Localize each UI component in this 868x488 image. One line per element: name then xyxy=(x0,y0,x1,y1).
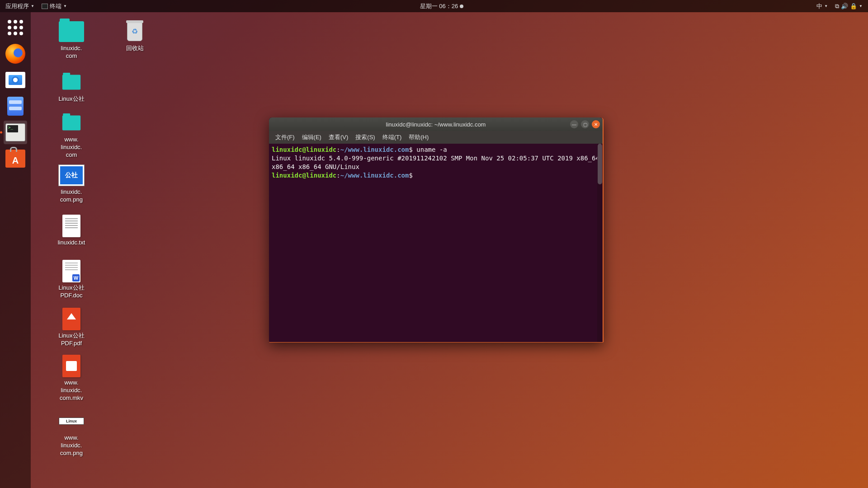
image-icon: Linux xyxy=(59,418,84,425)
folder-icon xyxy=(59,21,84,42)
clock[interactable]: 星期一 06：26 xyxy=(420,2,458,10)
active-app-menu[interactable]: 终端 ▼ xyxy=(40,2,69,10)
dock-firefox[interactable] xyxy=(4,42,27,66)
dock-shotwell[interactable] xyxy=(4,68,27,92)
desktop-pdf-file[interactable]: Linux公社PDF.pdf xyxy=(49,308,94,347)
image-icon: 公社 xyxy=(59,165,84,186)
firefox-icon xyxy=(5,44,25,64)
window-maximize-button[interactable]: ▢ xyxy=(581,120,589,128)
files-icon xyxy=(7,97,24,116)
trash-icon xyxy=(127,22,142,41)
desktop-folder-linuxidc-com[interactable]: linuxidc.com xyxy=(49,20,94,60)
terminal-window[interactable]: linuxidc@linuxidc: ~/www.linuxidc.com — … xyxy=(269,117,604,343)
prompt-user: linuxidc@linuxidc xyxy=(272,172,336,179)
volume-icon: 🔊 xyxy=(841,3,848,9)
icon-label: Linux公社PDF.pdf xyxy=(49,332,94,347)
icon-label: Linux公社 xyxy=(49,95,94,103)
prompt-path: ~/www.linuxidc.com xyxy=(340,146,409,153)
icon-label: linuxidc.com xyxy=(49,45,94,60)
icon-label: Linux公社PDF.doc xyxy=(49,284,94,300)
terminal-cursor xyxy=(413,172,416,179)
icon-label: linuxidc.com.png xyxy=(49,188,94,204)
icon-label: www.linuxidc.com.mkv xyxy=(49,379,94,402)
terminal-output: Linux linuxidc 5.4.0-999-generic #201911… xyxy=(272,155,603,170)
thumb-text: Linux xyxy=(66,419,77,423)
terminal-menubar: 文件(F) 编辑(E) 查看(V) 搜索(S) 终端(T) 帮助(H) xyxy=(269,131,603,144)
recording-indicator-icon[interactable] xyxy=(460,5,463,8)
prompt-symbol: $ xyxy=(409,172,412,179)
desktop-doc-file[interactable]: Linux公社PDF.doc xyxy=(49,260,94,300)
video-file-icon xyxy=(62,355,80,377)
desktop-video-file[interactable]: www.linuxidc.com.mkv xyxy=(49,355,94,402)
battery-icon: 🔒 xyxy=(850,3,857,9)
prompt-user: linuxidc@linuxidc xyxy=(272,146,336,153)
menu-help[interactable]: 帮助(H) xyxy=(406,132,431,142)
desktop[interactable]: linuxidc.com 回收站 Linux公社 www.linuxidc.co… xyxy=(31,12,868,488)
window-close-button[interactable]: ✕ xyxy=(592,120,600,128)
terminal-icon xyxy=(5,123,25,141)
window-title: linuxidc@linuxidc: ~/www.linuxidc.com xyxy=(269,121,603,128)
input-method-indicator[interactable]: 中 ▼ xyxy=(815,2,830,10)
text-file-icon xyxy=(62,215,80,237)
desktop-folder-linux-gongshe[interactable]: Linux公社 xyxy=(49,71,94,103)
window-titlebar[interactable]: linuxidc@linuxidc: ~/www.linuxidc.com — … xyxy=(269,117,603,131)
dock xyxy=(0,12,31,488)
icon-label: www.linuxidc.com xyxy=(49,136,94,159)
chevron-down-icon: ▼ xyxy=(859,4,863,8)
terminal-small-icon xyxy=(42,4,48,9)
menu-search[interactable]: 搜索(S) xyxy=(353,132,377,142)
menu-file[interactable]: 文件(F) xyxy=(273,132,297,142)
window-minimize-button[interactable]: — xyxy=(570,120,578,128)
menu-view[interactable]: 查看(V) xyxy=(326,132,351,142)
icon-label: linuxidc.txt xyxy=(49,239,94,247)
desktop-folder-www-linuxidc[interactable]: www.linuxidc.com xyxy=(49,112,94,159)
prompt-sep: : xyxy=(336,172,340,179)
prompt-symbol: $ xyxy=(409,146,412,153)
terminal-scrollbar[interactable] xyxy=(597,144,603,342)
icon-label: www.linuxidc.com.png xyxy=(49,434,94,457)
active-app-label: 终端 xyxy=(50,2,61,10)
top-panel: 应用程序 ▼ 终端 ▼ 星期一 06：26 中 ▼ ⧉ 🔊 🔒 ▼ xyxy=(0,0,868,12)
thumb-text: 公社 xyxy=(65,171,78,179)
menu-edit[interactable]: 编辑(E) xyxy=(299,132,324,142)
camera-icon xyxy=(5,72,25,88)
applications-label: 应用程序 xyxy=(5,2,29,10)
applications-menu[interactable]: 应用程序 ▼ xyxy=(4,2,36,10)
icon-label: 回收站 xyxy=(112,45,157,52)
desktop-image-linuxidc-png[interactable]: 公社 linuxidc.com.png xyxy=(49,164,94,204)
apps-grid-icon xyxy=(8,20,23,35)
pdf-file-icon xyxy=(62,308,80,330)
terminal-body[interactable]: linuxidc@linuxidc:~/www.linuxidc.com$ un… xyxy=(269,144,603,342)
dock-show-applications[interactable] xyxy=(4,16,27,39)
dock-files[interactable] xyxy=(4,94,27,118)
menu-terminal[interactable]: 终端(T) xyxy=(380,132,405,142)
prompt-path: ~/www.linuxidc.com xyxy=(340,172,409,179)
chevron-down-icon: ▼ xyxy=(31,4,34,8)
software-center-icon xyxy=(5,150,25,168)
desktop-image-www-png[interactable]: Linux www.linuxidc.com.png xyxy=(49,410,94,457)
chevron-down-icon: ▼ xyxy=(63,4,67,8)
folder-icon xyxy=(62,115,80,130)
desktop-trash[interactable]: 回收站 xyxy=(112,20,157,52)
doc-file-icon xyxy=(62,260,80,282)
chevron-down-icon: ▼ xyxy=(824,4,828,8)
prompt-sep: : xyxy=(336,146,340,153)
terminal-command: uname -a xyxy=(413,146,447,153)
folder-icon xyxy=(62,75,80,89)
wifi-icon: ⧉ xyxy=(835,3,839,10)
desktop-text-file[interactable]: linuxidc.txt xyxy=(49,215,94,247)
dock-terminal[interactable] xyxy=(4,121,27,144)
system-menu[interactable]: ⧉ 🔊 🔒 ▼ xyxy=(833,3,864,10)
ime-label: 中 xyxy=(816,2,822,10)
dock-software[interactable] xyxy=(4,147,27,170)
running-indicator-icon xyxy=(0,131,2,134)
